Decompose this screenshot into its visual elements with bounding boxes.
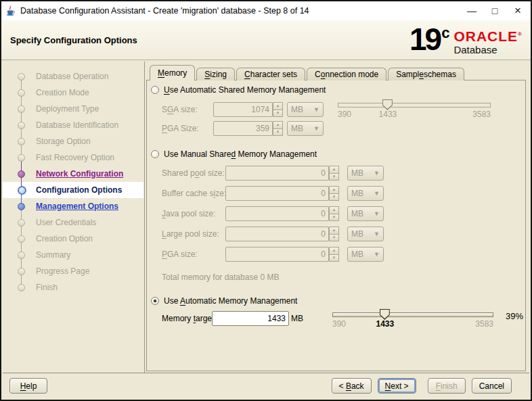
step-dot — [18, 284, 25, 291]
amm-radio-row[interactable]: Use Automatic Memory Management — [151, 296, 297, 306]
memory-target-slider[interactable]: 390 1433 3583 — [332, 309, 493, 329]
pga-size-spinner: ▲ ▼ — [273, 121, 283, 136]
buffer-cache-unit-dropdown: MB▼ — [347, 186, 384, 201]
step-label: Creation Option — [36, 234, 93, 243]
step-dot-current — [18, 186, 26, 195]
wizard-steps-sidebar: Database Operation Creation Mode Deploym… — [3, 62, 145, 373]
logo-version-sup: c — [441, 24, 449, 42]
logo-product: Database — [453, 44, 523, 55]
logo-version: 19 — [409, 22, 440, 56]
large-pool-size-label: Large pool size: — [162, 227, 219, 241]
steps-list: Database Operation Creation Mode Deploym… — [3, 68, 143, 296]
chevron-down-icon: ▼ — [374, 210, 380, 217]
tab-sizing[interactable]: Sizing — [196, 68, 235, 80]
sga-size-label: SGA size: — [162, 102, 198, 117]
pga-unit-value: MB — [291, 124, 303, 133]
sidebar-step-fast-recovery-option: Fast Recovery Option — [3, 149, 143, 166]
step-label: Creation Mode — [36, 88, 89, 97]
msmm-radio[interactable] — [151, 150, 159, 158]
memory-target-unit: MB — [291, 311, 303, 326]
large-pool-unit-dropdown: MB▼ — [347, 227, 384, 241]
shared-pool-size-input — [225, 166, 329, 181]
sga-size-input — [213, 102, 273, 117]
unit-value: MB — [351, 229, 363, 239]
step-label: Progress Page — [36, 266, 89, 276]
msmm-pga-unit-dropdown: MB▼ — [347, 247, 384, 262]
buffer-cache-size-label: Buffer cache size: — [162, 186, 226, 201]
finish-button: Finish — [428, 378, 466, 394]
step-label: Storage Option — [36, 137, 91, 146]
step-label: Summary — [36, 250, 70, 260]
step-dot — [18, 154, 25, 162]
step-dot — [18, 89, 25, 97]
nav-buttons: < Back Next > Finish Cancel — [332, 378, 512, 394]
memory-slider-track[interactable] — [332, 312, 493, 317]
memory-slider-min: 390 — [332, 319, 346, 329]
shared-pool-unit-dropdown: MB▼ — [347, 166, 384, 181]
tab-sample-schemas[interactable]: Sample schemas — [388, 68, 464, 80]
sidebar-step-summary: Summary — [3, 247, 143, 263]
step-label-current: Configuration Options — [36, 185, 122, 195]
oracle-wordmark: ORACLE® — [453, 28, 523, 43]
memory-slider-max: 3583 — [475, 319, 493, 329]
step-dot — [18, 73, 25, 80]
msmm-radio-row[interactable]: Use Manual Shared Memory Management — [151, 149, 317, 160]
dbca-window: Database Configuration Assistant - Creat… — [0, 0, 532, 401]
step-label: Database Operation — [36, 72, 108, 81]
next-button[interactable]: Next > — [378, 378, 416, 394]
msmm-pga-size-label: PGA size: — [162, 247, 198, 262]
sidebar-step-creation-option: Creation Option — [3, 231, 143, 247]
sidebar-step-database-identification: Database Identification — [3, 117, 143, 133]
spinner-down-icon: ▼ — [329, 174, 339, 181]
sga-slider: 390 1433 3583 — [338, 99, 491, 120]
sidebar-step-network-configuration[interactable]: Network Configuration — [3, 166, 143, 182]
asmm-radio[interactable] — [151, 86, 159, 94]
step-link[interactable]: Network Configuration — [36, 169, 123, 179]
large-pool-spinner: ▲▼ — [329, 227, 339, 241]
step-dot — [18, 203, 25, 210]
cancel-button[interactable]: Cancel — [472, 378, 512, 394]
sidebar-step-management-options[interactable]: Management Options — [3, 198, 143, 214]
tab-memory[interactable]: Memory — [150, 65, 195, 80]
maximize-icon[interactable]: □ — [483, 2, 506, 20]
close-icon[interactable]: × — [506, 2, 529, 20]
tab-character-sets[interactable]: Character sets — [236, 68, 305, 80]
memory-tab-panel: Use Automatic Shared Memory Management S… — [146, 80, 526, 371]
sga-slider-thumb — [382, 99, 393, 110]
step-dot — [18, 268, 25, 275]
main-area: Database Operation Creation Mode Deploym… — [3, 62, 529, 373]
buffer-cache-spinner: ▲▼ — [329, 186, 339, 201]
asmm-radio-row[interactable]: Use Automatic Shared Memory Management — [151, 85, 326, 95]
spinner-up-icon: ▲ — [329, 186, 339, 194]
buffer-cache-size-input — [225, 186, 329, 201]
sidebar-step-user-credentials: User Credentials — [3, 214, 143, 231]
tab-connection-mode[interactable]: Connection mode — [307, 68, 386, 80]
memory-target-input[interactable] — [212, 311, 289, 326]
minimize-icon[interactable]: — — [460, 2, 483, 20]
spinner-down-icon: ▼ — [329, 214, 339, 222]
window-controls: — □ × — [460, 2, 529, 20]
oracle-19c-logo: 19 c ORACLE® Database — [409, 22, 523, 56]
amm-radio[interactable] — [151, 297, 159, 305]
help-button[interactable]: Help — [9, 378, 47, 394]
spinner-down-icon: ▼ — [329, 194, 339, 202]
memory-slider-thumb[interactable] — [380, 309, 390, 320]
step-label: User Credentials — [36, 218, 96, 227]
spinner-down-icon: ▼ — [273, 129, 283, 137]
step-label: Deployment Type — [36, 104, 99, 114]
step-link[interactable]: Management Options — [36, 202, 118, 211]
memory-slider-current: 1433 — [376, 319, 394, 329]
step-label: Finish — [36, 283, 58, 292]
amm-radio-label: Use Automatic Memory Management — [164, 296, 297, 306]
step-label: Database Identification — [36, 120, 118, 130]
back-button[interactable]: < Back — [332, 378, 372, 394]
tab-bar: Memory Sizing Character sets Connection … — [150, 65, 466, 80]
sidebar-step-deployment-type: Deployment Type — [3, 101, 143, 117]
sidebar-step-creation-mode: Creation Mode — [3, 85, 143, 101]
chevron-down-icon: ▼ — [313, 125, 319, 132]
msmm-radio-label: Use Manual Shared Memory Management — [164, 149, 317, 159]
sga-unit-dropdown: MB ▼ — [287, 102, 324, 117]
shared-pool-spinner: ▲▼ — [329, 166, 339, 181]
java-icon — [5, 5, 16, 16]
memory-percent-value: 39% — [506, 311, 523, 321]
